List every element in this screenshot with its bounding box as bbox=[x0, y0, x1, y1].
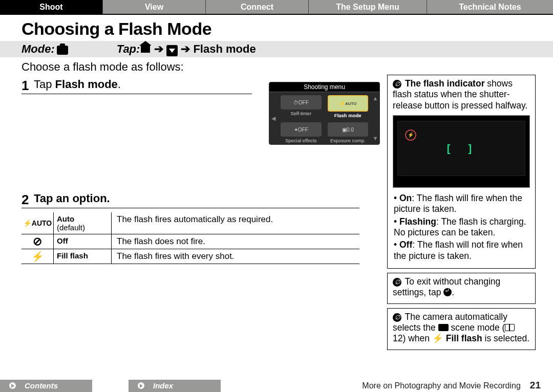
exit-note-box: ∅ To exit without changing settings, tap… bbox=[387, 273, 536, 304]
scene-mode-icon bbox=[438, 324, 449, 331]
mode-bar: Mode: Tap: ➔ ➔ Flash mode bbox=[0, 41, 553, 57]
option-fill-icon: ⚡ bbox=[22, 249, 54, 264]
menu-exposure-comp: ▣ 0.0 Exposure comp. bbox=[325, 119, 372, 144]
left-arrow-icon: ◀ bbox=[269, 92, 278, 144]
tap-label: Tap: bbox=[117, 42, 140, 56]
tab-shoot[interactable]: Shoot bbox=[0, 0, 103, 14]
top-tabs: Shoot View Connect The Setup Menu Techni… bbox=[0, 0, 553, 15]
index-link[interactable]: Index bbox=[129, 380, 221, 392]
tab-setup[interactable]: The Setup Menu bbox=[309, 0, 427, 14]
note-icon: ∅ bbox=[393, 80, 401, 89]
option-off-name: Off bbox=[54, 234, 112, 249]
option-fill-desc: The flash fires with every shot. bbox=[112, 249, 359, 264]
page-number: 21 bbox=[530, 380, 541, 390]
menu-special-effects: ✦ OFF Special effects bbox=[278, 119, 325, 144]
step-1-text: Tap Flash mode. bbox=[33, 78, 121, 94]
scene-note-box: ∅ The camera automatically selects the s… bbox=[387, 308, 536, 350]
intro-text: Choose a flash mode as follows: bbox=[0, 57, 553, 75]
flash-mode-label: Flash mode bbox=[193, 42, 256, 56]
option-off-desc: The flash does not fire. bbox=[112, 234, 359, 249]
step-1-number: 1 bbox=[22, 78, 33, 94]
home-icon bbox=[141, 46, 150, 53]
shooting-menu-screenshot: Shooting menu ◀ ⏱ OFF Self-timer ⚡AUTO F… bbox=[269, 82, 380, 145]
page-title: Choosing a Flash Mode bbox=[0, 15, 553, 41]
arrow-icon: ➔ bbox=[181, 42, 190, 56]
camera-icon bbox=[57, 46, 68, 55]
contents-link[interactable]: Contents bbox=[0, 380, 92, 392]
mode-label: Mode: bbox=[22, 42, 55, 56]
shooting-menu-title: Shooting menu bbox=[269, 82, 379, 92]
tab-connect[interactable]: Connect bbox=[206, 0, 309, 14]
step-2-number: 2 bbox=[22, 192, 33, 208]
flash-status-icon bbox=[405, 129, 416, 141]
right-arrows: ▲▼ bbox=[371, 92, 379, 144]
menu-self-timer: ⏱ OFF Self-timer bbox=[278, 92, 325, 119]
tab-technotes[interactable]: Technical Notes bbox=[427, 0, 553, 14]
note-icon: ∅ bbox=[393, 313, 401, 322]
arrow-icon: ➔ bbox=[154, 42, 163, 56]
manual-ref-icon bbox=[505, 324, 515, 331]
option-auto-name: Auto(default) bbox=[54, 212, 112, 234]
lcd-preview: [ ] bbox=[393, 115, 530, 188]
option-fill-name: Fill flash bbox=[54, 249, 112, 264]
focus-brackets: [ ] bbox=[447, 142, 476, 155]
option-auto-desc: The flash fires automatically as require… bbox=[112, 212, 359, 234]
option-off-icon: ⊘ bbox=[22, 234, 54, 249]
footer-section: More on Photography and Movie Recording2… bbox=[362, 380, 541, 391]
option-auto-icon: ⚡AUTO bbox=[22, 212, 54, 234]
menu-flash-mode: ⚡AUTO Flash mode bbox=[325, 92, 372, 119]
step-2-text: Tap an option. bbox=[33, 192, 110, 208]
back-icon bbox=[443, 288, 452, 296]
options-table: ⚡AUTO Auto(default) The flash fires auto… bbox=[22, 212, 359, 264]
footer: Contents Index More on Photography and M… bbox=[0, 377, 553, 392]
flash-indicator-box: ∅ The flash indicator shows flash status… bbox=[387, 75, 536, 269]
tab-view[interactable]: View bbox=[103, 0, 206, 14]
note-icon: ∅ bbox=[393, 278, 401, 287]
down-arrow-icon bbox=[166, 45, 178, 56]
